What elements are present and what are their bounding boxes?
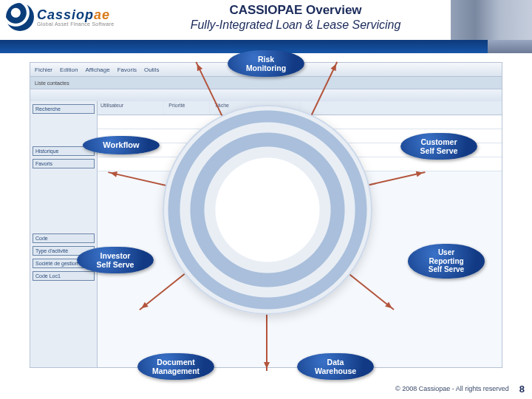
slide-header: Cassiopae Global Asset Finance Software … [0,0,532,47]
sidebar-field: Code Loc1 [33,271,95,281]
menu-item: Edition [60,66,78,73]
logo-swirl-icon [6,3,34,31]
header-decor-image [451,0,532,40]
page-title: CASSIOPAE Overview [148,3,443,18]
logo-tagline: Global Asset Finance Software [37,21,114,27]
bubble-investor-self-serve: InvestorSelf Serve [77,247,154,273]
title-block: CASSIOPAE Overview Fully-Integrated Loan… [148,3,443,32]
sidebar-block: Favoris [33,159,95,168]
menu-item: Fichier [35,66,52,73]
page-subtitle: Fully-Integrated Loan & Lease Servicing [148,18,443,32]
bubble-risk-monitoring: RiskMonitoring [228,50,304,77]
menu-item: Outils [144,66,159,73]
brand-logo: Cassiopae Global Asset Finance Software [6,3,114,31]
sidebar-block: Recherche [33,104,95,114]
app-tabstrip: Liste contactes [30,77,502,89]
diagram-stage: Fichier Edition Affichage Favoris Outils… [0,53,532,377]
bubble-customer-self-serve: CustomerSelf Serve [400,133,477,160]
copyright-text: © 2008 Cassiopae - All rights reserved [395,385,509,392]
slide-footer: © 2008 Cassiopae - All rights reserved 8 [0,378,532,399]
bubble-document-management: DocumentManagement [137,353,214,380]
logo-text: Cassiopae [37,7,114,23]
bubble-data-warehouse: DataWarehouse [297,353,374,380]
center-ring-graphic [163,105,372,315]
bubble-workflow: Workflow [83,136,160,154]
bubble-user-reporting-self-serve: UserReportingSelf Serve [408,244,485,279]
app-tab: Liste contactes [35,81,69,86]
page-number: 8 [519,383,525,395]
menu-item: Affichage [85,66,109,73]
sidebar-field: Code [33,233,95,243]
menu-item: Favoris [117,66,137,73]
